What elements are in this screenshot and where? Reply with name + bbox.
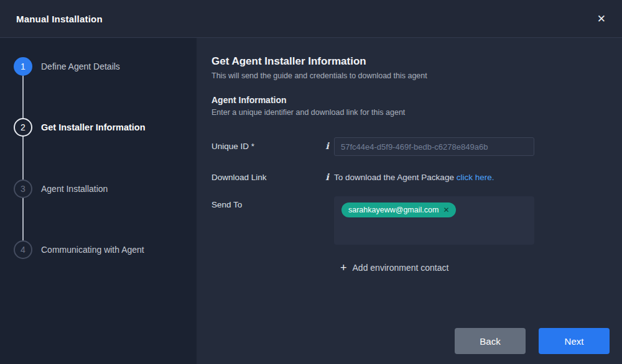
- step-1-label: Define Agent Details: [41, 61, 120, 71]
- step-1-circle: 1: [14, 57, 32, 76]
- step-heading-block: Get Agent Installer Information This wil…: [211, 55, 427, 80]
- stepper-connector-line: [22, 76, 24, 240]
- close-icon[interactable]: ✕: [597, 14, 606, 24]
- unique-id-input[interactable]: [334, 137, 534, 156]
- modal-body: 1 Define Agent Details 2 Get Installer I…: [0, 38, 622, 364]
- email-chip-text: sarahkayeww@gmail.com: [348, 206, 439, 214]
- step-3-circle: 3: [14, 180, 32, 198]
- section-title: Agent Information: [211, 95, 405, 105]
- page-title: Get Agent Installer Information: [211, 55, 427, 68]
- download-click-here-link[interactable]: click here.: [457, 173, 494, 182]
- send-to-recipients-box[interactable]: sarahkayeww@gmail.com ✕: [334, 196, 534, 245]
- step-3-label: Agent Installation: [41, 184, 108, 194]
- step-2-label: Get Installer Information: [41, 122, 146, 132]
- email-chip: sarahkayeww@gmail.com ✕: [341, 202, 456, 217]
- send-to-label: Send To: [211, 200, 242, 209]
- modal-header: Manual Installation ✕: [0, 0, 622, 38]
- page-subtitle: This will send the guide and credentials…: [211, 71, 427, 80]
- step-communicating-with-agent[interactable]: 4 Communicating with Agent: [14, 240, 144, 259]
- step-define-agent-details[interactable]: 1 Define Agent Details: [14, 57, 120, 76]
- section-subtitle: Enter a unique identifier and download l…: [211, 108, 405, 117]
- back-button[interactable]: Back: [455, 328, 526, 354]
- footer-actions: Back Next: [455, 328, 610, 354]
- step-get-installer-information[interactable]: 2 Get Installer Information: [14, 118, 146, 137]
- download-link-text-prefix: To download the Agent Package: [334, 173, 457, 182]
- unique-id-label: Unique ID *: [211, 142, 254, 151]
- next-button[interactable]: Next: [539, 328, 610, 354]
- step-4-label: Communicating with Agent: [41, 245, 144, 255]
- download-link-text: To download the Agent Package click here…: [334, 173, 494, 182]
- plus-icon: +: [340, 262, 347, 273]
- add-environment-contact-label: Add environment contact: [353, 263, 449, 273]
- stepper-sidebar: 1 Define Agent Details 2 Get Installer I…: [0, 38, 197, 364]
- email-chip-remove-icon[interactable]: ✕: [443, 206, 449, 214]
- download-link-label: Download Link: [211, 173, 267, 182]
- manual-installation-modal: Manual Installation ✕ 1 Define Agent Det…: [0, 0, 622, 364]
- step-content-panel: Get Agent Installer Information This wil…: [197, 38, 622, 364]
- step-4-circle: 4: [14, 240, 32, 259]
- download-link-info-icon[interactable]: i: [323, 171, 332, 182]
- agent-information-section-header: Agent Information Enter a unique identif…: [211, 95, 405, 117]
- unique-id-info-icon[interactable]: i: [323, 140, 332, 151]
- step-2-circle: 2: [14, 118, 32, 137]
- add-environment-contact-button[interactable]: + Add environment contact: [340, 262, 448, 273]
- modal-title: Manual Installation: [16, 14, 103, 24]
- step-agent-installation[interactable]: 3 Agent Installation: [14, 180, 108, 198]
